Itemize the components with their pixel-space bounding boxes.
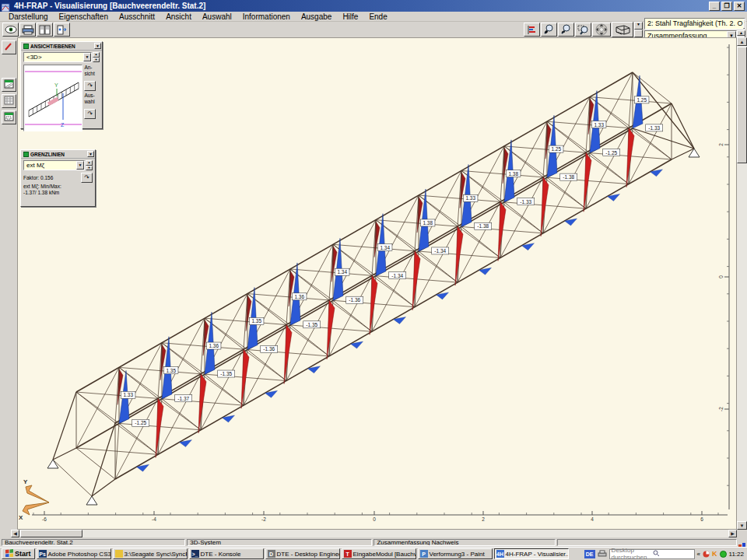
dte-icon: D [268,550,275,558]
palette-collapse-icon[interactable]: ▼ [87,151,94,157]
minimize-button[interactable]: _ [709,2,720,11]
truss-member [419,251,458,282]
status-tray-icon[interactable] [720,547,727,560]
model-preview[interactable]: YZ [23,65,82,131]
drawing-canvas[interactable]: 1.33-1.251.35-1.371.36-1.351.35-1.361.36… [17,37,737,530]
result-type-spinner[interactable]: ▲▼ [86,160,93,170]
menu-item-darstellung[interactable]: Darstellung [3,12,54,21]
window-hatch-button[interactable] [2,78,16,92]
grid-tool-button[interactable] [2,94,16,108]
palette-title-bar[interactable]: GRENZLINIEN ▼ [21,150,95,159]
chevron-down-icon[interactable]: ▼ [76,161,84,170]
taskbar-button-label: EingabeModul [Bauchvee... [353,551,416,558]
frap-icon: 4H [496,550,504,558]
taskbar-button-frap[interactable]: 4H4H-FRAP - Visualisier... [494,548,569,559]
moment-value-label: -1.36 [263,346,275,352]
truss-member [290,325,329,356]
truss-member [76,448,115,479]
menu-item-hilfe[interactable]: Hilfe [337,12,363,21]
zoom-in-button[interactable] [541,23,557,37]
menu-item-auswahl[interactable]: Auswahl [197,12,237,21]
exit-button[interactable] [54,23,70,37]
status-corner-icon [738,539,745,546]
moment-value-label: -1.33 [520,199,531,205]
restore-button[interactable]: ❐ [721,2,732,11]
view-planes-palette: ANSICHT/EBENEN ▼ <3D> ▼ ▲▼ YZ An-sicht ↷… [20,41,103,129]
menu-item-eigenschaften[interactable]: Eigenschaften [54,12,114,21]
rotate-arrow-icon: ↷ [88,110,93,117]
palette-title-bar[interactable]: ANSICHT/EBENEN ▼ [21,42,102,51]
truss-member [547,177,586,208]
scroll-right-icon[interactable]: ▶ [728,530,737,537]
minmax-value: -1.37/ 1.38 kNm [21,190,95,196]
auswahl-label: Aus-wahl [84,93,100,105]
desktop-search-input[interactable]: Desktop durchsuchen [609,549,695,559]
print-button[interactable] [19,23,36,37]
horizontal-scrollbar[interactable]: ◀ ▶ [11,530,737,537]
ruler-x-label: -2 [261,516,266,522]
zoom-out-button[interactable] [558,23,574,37]
taskbar-button-dte[interactable]: DDTE - Desktop Engineeri... [265,548,340,559]
menu-item-ansicht[interactable]: Ansicht [160,12,197,21]
taskbar-button-photoshop[interactable]: PsAdobe Photoshop CS3 E... [37,548,111,559]
palette-collapse-icon[interactable]: ▼ [94,43,101,49]
tray-expand-icon[interactable]: « [697,551,700,558]
moment-value-label: -1.37 [177,396,189,401]
truss-member [461,226,500,257]
view-mode-combobox[interactable]: <3D> ▼ [23,52,92,62]
loadcase-combobox[interactable]: 2: Stahl Tragfähigkeit (Th. 2. O ▼ [644,18,745,30]
zoom-window-button[interactable] [575,23,591,37]
ansicht-button[interactable]: ↷ [84,81,96,91]
legend-button[interactable] [524,23,540,37]
ruler-x-label: 0 [373,516,376,522]
menu-item-ausgabe[interactable]: Ausgabe [296,12,337,21]
view-3d-button[interactable] [612,22,633,37]
legend-levels-icon [526,25,538,35]
kaspersky-tray-icon[interactable]: K [712,550,717,558]
search-icon[interactable] [653,550,693,558]
taskbar-clock[interactable]: 11:22 [729,551,744,558]
result-type-combobox[interactable]: ext Mζ ▼ [23,160,85,170]
close-button[interactable]: ✕ [734,2,745,11]
axis-arrow-x [23,502,49,515]
moment-value-label: 1.34 [337,269,347,275]
vscroll-thumb[interactable] [737,47,747,163]
pages-button[interactable] [37,23,53,37]
auswahl-button[interactable]: ↷ [84,109,96,119]
tray-app-icon[interactable] [703,547,710,560]
loadcase-value: 2: Stahl Tragfähigkeit (Th. 2. O [647,19,743,27]
ruler-y-label: 0 [718,275,724,278]
printer-tray-icon[interactable] [598,547,607,560]
ruler-y-label: -2 [718,407,724,411]
taskbar-button-console[interactable]: >_DTE - Konsole [189,548,264,559]
cube-3d-icon [614,23,631,36]
menu-item-ausschnitt[interactable]: Ausschnitt [114,12,160,21]
menu-item-informationen[interactable]: Informationen [237,12,296,21]
windows-flag-icon [5,549,13,558]
vertical-scrollbar[interactable]: ▲ ▼ [737,37,747,530]
keyboard-layout-badge[interactable]: DE [584,550,595,558]
chevron-down-icon[interactable]: ▼ [743,19,745,29]
support-triangle [47,460,58,468]
truss-member [76,392,115,423]
chevron-down-icon[interactable]: ▼ [83,53,91,61]
scroll-left-icon[interactable]: ◀ [11,530,19,537]
refresh-button[interactable]: ↷ [81,173,93,183]
moment-fin-red [455,226,463,285]
scroll-down-icon[interactable]: ▼ [737,521,747,530]
view-mode-spinner[interactable]: ▲▼ [93,52,100,62]
taskbar-button-label: 3:\Seagate Sync\SyncRe... [124,551,188,558]
view-eye-button[interactable] [2,23,19,37]
pan-button[interactable] [592,23,611,37]
taskbar-button-eingabe[interactable]: TEingabeModul [Bauchvee... [342,548,416,559]
draw-tool-button[interactable] [2,40,16,54]
taskbar-button-paint[interactable]: PVerformung3 - Paint [418,548,493,559]
grid-icon [4,96,14,107]
start-button[interactable]: Start [2,548,35,559]
taskbar-button-folder[interactable]: 3:\Seagate Sync\SyncRe... [113,548,188,559]
hscroll-thumb[interactable] [20,530,82,537]
scroll-up-icon[interactable]: ▲ [737,37,747,46]
window-select-button[interactable] [2,110,16,124]
menu-item-ende[interactable]: Ende [363,12,392,21]
view-3d-spinner[interactable]: ▼ [634,22,643,37]
